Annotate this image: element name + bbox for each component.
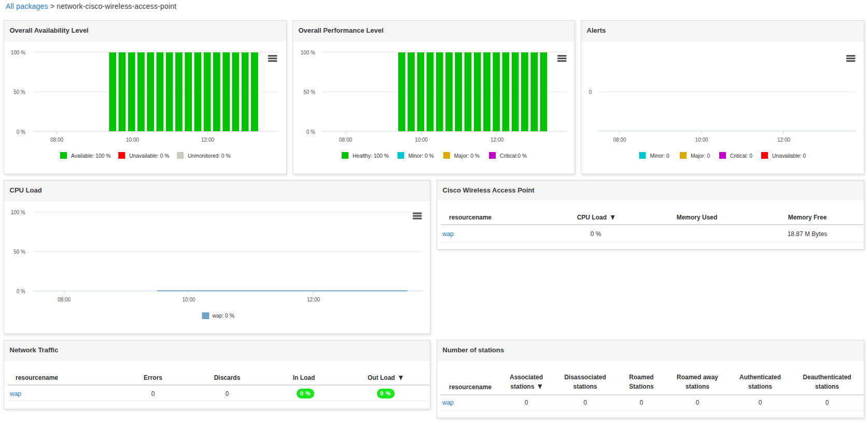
svg-text:Major: 0: Major: 0 <box>691 153 710 159</box>
svg-text:12:00: 12:00 <box>491 137 503 143</box>
svg-text:Unmonitored: 0 %: Unmonitored: 0 % <box>188 153 230 159</box>
svg-text:08:00: 08:00 <box>613 137 626 143</box>
svg-text:Healthy: 100 %: Healthy: 100 % <box>353 153 389 159</box>
svg-text:50 %: 50 % <box>13 249 25 255</box>
svg-text:12:00: 12:00 <box>307 297 320 303</box>
svg-text:Critical:0 %: Critical:0 % <box>500 153 527 159</box>
svg-text:100 %: 100 % <box>11 210 25 215</box>
svg-text:Critical: 0: Critical: 0 <box>730 153 752 159</box>
svg-text:10:00: 10:00 <box>415 137 428 143</box>
svg-text:100 %: 100 % <box>301 50 315 56</box>
svg-text:Minor: 0 %: Minor: 0 % <box>409 153 434 159</box>
svg-text:0: 0 <box>589 89 592 95</box>
svg-text:0 %: 0 % <box>17 288 25 294</box>
svg-text:08:00: 08:00 <box>58 297 71 303</box>
svg-text:Unavailable: 0 %: Unavailable: 0 % <box>129 153 169 159</box>
svg-text:10:00: 10:00 <box>126 137 139 143</box>
svg-text:50 %: 50 % <box>303 89 315 95</box>
svg-text:12:00: 12:00 <box>777 137 790 143</box>
svg-text:Minor: 0: Minor: 0 <box>650 153 669 159</box>
svg-text:Major: 0 %: Major: 0 % <box>454 153 480 159</box>
svg-text:10:00: 10:00 <box>182 297 195 303</box>
svg-text:08:00: 08:00 <box>50 137 63 143</box>
svg-text:08:00: 08:00 <box>339 137 352 143</box>
svg-text:100 %: 100 % <box>11 50 25 56</box>
svg-text:wap: 0 %: wap: 0 % <box>212 313 234 319</box>
svg-text:50 %: 50 % <box>13 89 25 95</box>
svg-text:10:00: 10:00 <box>695 137 708 143</box>
svg-text:12:00: 12:00 <box>201 137 214 143</box>
svg-text:0 %: 0 % <box>17 129 25 135</box>
svg-text:Available: 100 %: Available: 100 % <box>71 153 111 159</box>
svg-text:0 %: 0 % <box>306 129 315 135</box>
svg-text:Unavailable: 0: Unavailable: 0 <box>772 153 806 159</box>
